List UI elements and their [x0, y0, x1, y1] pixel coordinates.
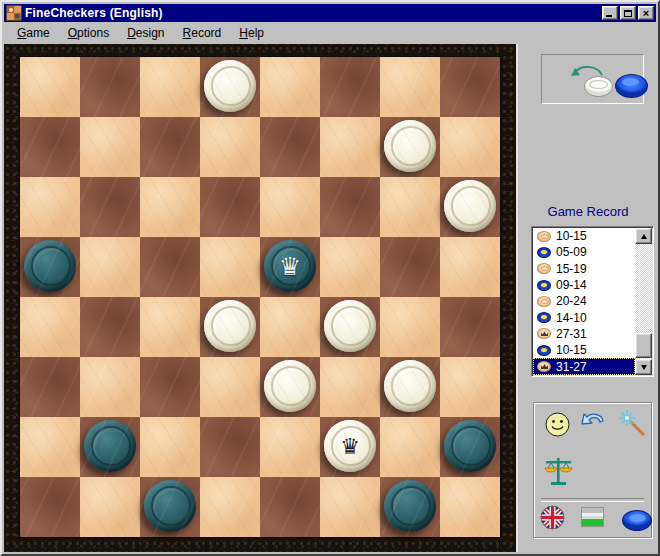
record-move-row[interactable]: 15-19	[533, 261, 635, 277]
board-square-0-7[interactable]	[440, 57, 500, 117]
board-square-4-5[interactable]	[320, 297, 380, 357]
level-button[interactable]	[581, 507, 604, 527]
board-square-6-0[interactable]	[20, 417, 80, 477]
board-square-4-3[interactable]	[200, 297, 260, 357]
board-square-2-3[interactable]	[200, 177, 260, 237]
scrollbar-thumb[interactable]	[635, 333, 652, 358]
record-move-row[interactable]: 14-10	[533, 309, 635, 325]
board-square-3-2[interactable]	[140, 237, 200, 297]
board-square-5-1[interactable]	[80, 357, 140, 417]
board-square-5-3[interactable]	[200, 357, 260, 417]
board-square-7-4[interactable]	[260, 477, 320, 537]
board-square-2-2[interactable]	[140, 177, 200, 237]
scroll-up-button[interactable]	[635, 228, 652, 244]
board-square-6-6[interactable]	[380, 417, 440, 477]
white-king-piece[interactable]: ♛	[324, 420, 376, 472]
dark-piece[interactable]	[444, 420, 496, 472]
board-square-3-6[interactable]	[380, 237, 440, 297]
dark-piece[interactable]	[384, 480, 436, 532]
side-select-checker-button[interactable]	[622, 510, 652, 531]
board-square-5-4[interactable]	[260, 357, 320, 417]
board-square-1-0[interactable]	[20, 117, 80, 177]
board-square-7-5[interactable]	[320, 477, 380, 537]
board-square-3-5[interactable]	[320, 237, 380, 297]
board-square-1-4[interactable]	[260, 117, 320, 177]
undo-button[interactable]	[580, 411, 606, 435]
menu-item-game[interactable]: Game	[8, 24, 59, 42]
board-square-2-1[interactable]	[80, 177, 140, 237]
board-square-6-1[interactable]	[80, 417, 140, 477]
record-move-row[interactable]: 05-09	[533, 244, 635, 260]
board-square-2-5[interactable]	[320, 177, 380, 237]
board-square-3-0[interactable]	[20, 237, 80, 297]
board-square-4-0[interactable]	[20, 297, 80, 357]
record-move-row[interactable]: 10-15	[533, 228, 635, 244]
evaluate-scales-button[interactable]	[543, 455, 573, 487]
record-scrollbar[interactable]	[635, 228, 652, 375]
board-square-7-1[interactable]	[80, 477, 140, 537]
board-square-5-5[interactable]	[320, 357, 380, 417]
board-square-1-2[interactable]	[140, 117, 200, 177]
dark-piece[interactable]	[144, 480, 196, 532]
board-square-4-4[interactable]	[260, 297, 320, 357]
menu-item-options[interactable]: Options	[59, 24, 118, 42]
board-square-5-0[interactable]	[20, 357, 80, 417]
board-square-5-7[interactable]	[440, 357, 500, 417]
dark-piece[interactable]	[24, 240, 76, 292]
board-square-2-6[interactable]	[380, 177, 440, 237]
board-square-4-6[interactable]	[380, 297, 440, 357]
close-button[interactable]: ×	[638, 6, 654, 20]
board-square-0-1[interactable]	[80, 57, 140, 117]
board-square-7-2[interactable]	[140, 477, 200, 537]
dark-piece[interactable]	[84, 420, 136, 472]
board-square-3-3[interactable]	[200, 237, 260, 297]
record-move-row[interactable]: 27-31	[533, 326, 635, 342]
board-square-0-4[interactable]	[260, 57, 320, 117]
board-square-6-4[interactable]	[260, 417, 320, 477]
board-square-3-7[interactable]	[440, 237, 500, 297]
board-square-4-2[interactable]	[140, 297, 200, 357]
record-move-row[interactable]: 31-27	[533, 358, 635, 374]
board-square-7-6[interactable]	[380, 477, 440, 537]
board-square-2-0[interactable]	[20, 177, 80, 237]
board-square-0-5[interactable]	[320, 57, 380, 117]
menu-item-record[interactable]: Record	[174, 24, 231, 42]
language-flag-button[interactable]	[540, 505, 565, 530]
minimize-button[interactable]	[602, 6, 618, 20]
board-square-1-7[interactable]	[440, 117, 500, 177]
board-square-4-7[interactable]	[440, 297, 500, 357]
white-piece[interactable]	[384, 360, 436, 412]
board-square-3-1[interactable]	[80, 237, 140, 297]
board-square-6-3[interactable]	[200, 417, 260, 477]
board-square-6-5[interactable]: ♛	[320, 417, 380, 477]
scroll-down-button[interactable]	[635, 359, 652, 375]
board-square-5-6[interactable]	[380, 357, 440, 417]
board-square-6-7[interactable]	[440, 417, 500, 477]
board-square-1-5[interactable]	[320, 117, 380, 177]
white-piece[interactable]	[264, 360, 316, 412]
menu-item-design[interactable]: Design	[118, 24, 173, 42]
board-square-2-4[interactable]	[260, 177, 320, 237]
board-square-7-7[interactable]	[440, 477, 500, 537]
menu-item-help[interactable]: Help	[230, 24, 273, 42]
board-square-0-3[interactable]	[200, 57, 260, 117]
board-square-1-3[interactable]	[200, 117, 260, 177]
board-square-0-0[interactable]	[20, 57, 80, 117]
board-square-1-6[interactable]	[380, 117, 440, 177]
smiley-button[interactable]	[545, 412, 570, 437]
white-piece[interactable]	[384, 120, 436, 172]
board-square-6-2[interactable]	[140, 417, 200, 477]
board-square-0-6[interactable]	[380, 57, 440, 117]
white-piece[interactable]	[444, 180, 496, 232]
board-square-3-4[interactable]: ♛	[260, 237, 320, 297]
board-square-1-1[interactable]	[80, 117, 140, 177]
dark-king-piece[interactable]: ♛	[264, 240, 316, 292]
board-square-0-2[interactable]	[140, 57, 200, 117]
board-square-7-0[interactable]	[20, 477, 80, 537]
record-move-row[interactable]: 09-14	[533, 277, 635, 293]
white-piece[interactable]	[204, 60, 256, 112]
board-square-2-7[interactable]	[440, 177, 500, 237]
maximize-button[interactable]	[620, 6, 636, 20]
board-square-5-2[interactable]	[140, 357, 200, 417]
hint-wand-button[interactable]	[618, 409, 646, 437]
